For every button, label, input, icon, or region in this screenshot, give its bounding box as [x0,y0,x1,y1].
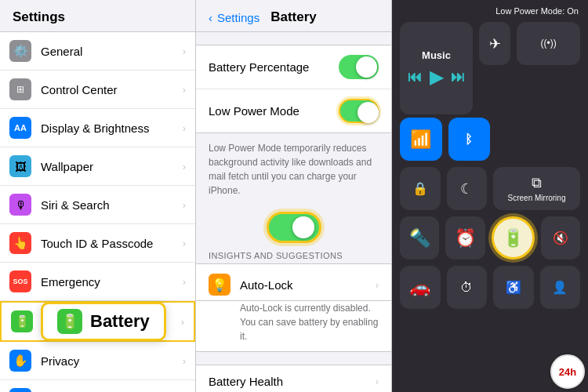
battery-list-icon: 🔋 [11,310,33,332]
wifi-icon: 📶 [410,129,431,150]
autolock-top[interactable]: 💡 Auto-Lock › [209,274,379,296]
privacy-label: Privacy [41,354,183,368]
settings-item-itunes[interactable]: A iTunes & App Store › [0,380,195,392]
rewind-icon[interactable]: ⏮ [408,69,422,85]
autolock-desc-text: Auto-Lock is currently disabled. You can… [240,303,378,342]
general-icon: ⚙️ [9,40,31,62]
person-icon: 👤 [552,280,568,295]
privacy-icon: ✋ [9,350,31,372]
display-icon: AA [9,117,31,139]
cc-extra3-cell[interactable]: 👤 [540,266,581,309]
cc-extra1-cell[interactable]: ⏱ [447,266,488,309]
autolock-row: 💡 Auto-Lock › [196,263,391,301]
settings-panel: Settings ⚙️ General › ⊞ Control Center ›… [0,0,196,392]
play-icon[interactable]: ▶ [430,67,443,88]
settings-item-emergency[interactable]: SOS Emergency › [0,263,195,301]
cc-volume-cell[interactable]: 🔇 [541,216,580,260]
emergency-icon: SOS [9,270,31,292]
battery-indicator-icon: 🔋 [503,228,524,249]
battery-panel: ‹ Settings Battery Battery Percentage Lo… [196,0,392,392]
back-arrow-icon[interactable]: ‹ [209,11,212,24]
low-power-label: Low Power Mode [209,104,339,118]
wallpaper-label: Wallpaper [41,160,183,173]
cc-row3: 🔒 ☾ ⧉ Screen Mirroring [392,161,588,210]
battery-percentage-label: Battery Percentage [209,60,339,74]
autolock-icon: 💡 [209,274,230,296]
insights-header: INSIGHTS AND SUGGESTIONS [196,246,391,263]
autolock-chevron: › [376,279,379,291]
wallpaper-chevron: › [183,161,186,172]
battery-health-chevron: › [376,376,379,387]
big-toggle-container [196,205,391,246]
settings-item-privacy[interactable]: ✋ Privacy › [0,342,195,380]
settings-item-battery[interactable]: 🔋 Battery › 🔋 Battery [0,301,195,342]
settings-item-general[interactable]: ⚙️ General › [0,32,195,71]
battery-health-row[interactable]: Battery Health › [196,365,391,392]
cc-rotate-cell[interactable]: 🔒 [400,167,441,210]
autolock-description: Auto-Lock is currently disabled. You can… [196,301,391,352]
display-chevron: › [183,122,186,134]
display-label: Display & Brightness [41,122,183,135]
general-chevron: › [183,45,186,57]
cc-music-cell[interactable]: Music ⏮ ▶ ⏭ [400,22,473,114]
battery-chevron: › [181,316,184,328]
settings-list: ⚙️ General › ⊞ Control Center › AA Displ… [0,32,195,392]
cc-extra2-cell[interactable]: ♿ [493,266,534,309]
cc-battery-indicator-cell[interactable]: 🔋 [492,216,535,260]
cc-bluetooth-cell[interactable]: ᛒ [448,118,491,161]
battery-callout-label: Battery [90,311,150,332]
cc-moon-cell[interactable]: ☾ [447,167,488,210]
settings-item-wallpaper[interactable]: 🖼 Wallpaper › [0,147,195,186]
cc-flashlight-cell[interactable]: 🔦 [400,216,439,260]
big-toggle-visual[interactable] [267,212,321,243]
battery-health-label: Battery Health [209,375,376,388]
settings-item-control-center[interactable]: ⊞ Control Center › [0,71,195,109]
settings-item-display[interactable]: AA Display & Brightness › [0,109,195,147]
cc-row1: ✈ ((•)) Music ⏮ ▶ ⏭ [392,19,588,118]
control-center-panel: Low Power Mode: On ✈ ((•)) Music ⏮ ▶ ⏭ 📶… [392,0,588,392]
battery-content: Battery Percentage Low Power Mode Low Po… [196,32,391,392]
bluetooth-icon: ᛒ [465,132,473,147]
settings-header: Settings [0,0,195,32]
volume-icon: 🔇 [553,230,568,245]
low-power-toggle[interactable] [339,99,379,123]
low-power-toggle-knob [358,102,379,123]
cc-wifi-cell[interactable]: 📶 [400,118,442,161]
settings-item-siri[interactable]: 🎙 Siri & Search › [0,186,195,224]
battery-callout: 🔋 Battery [41,302,166,341]
cc-row4: 🔦 ⏰ 🔋 🔇 [392,210,588,260]
fast-forward-icon[interactable]: ⏭ [451,69,465,85]
insights-label: INSIGHTS AND SUGGESTIONS [209,251,343,260]
cc-screen-mirror-cell[interactable]: ⧉ Screen Mirroring [493,167,580,210]
privacy-chevron: › [183,355,186,367]
itunes-icon: A [9,388,31,392]
battery-percentage-toggle[interactable] [339,55,379,79]
logo-24h: 24h [550,354,585,389]
cc-clock-cell[interactable]: ⏰ [445,216,485,260]
clock-icon: ⏰ [455,228,476,249]
touchid-label: Touch ID & Passcode [41,237,183,250]
car-icon: 🚗 [409,278,430,298]
settings-item-touchid[interactable]: 👆 Touch ID & Passcode › [0,224,195,263]
toggle-knob [356,56,377,78]
siri-chevron: › [183,199,186,211]
wallpaper-icon: 🖼 [9,155,31,177]
moon-icon: ☾ [460,180,473,198]
touchid-icon: 👆 [9,232,31,254]
flashlight-icon: 🔦 [409,228,430,249]
cc-top-bar: Low Power Mode: On [392,0,588,19]
cc-row5: 🚗 ⏱ ♿ 👤 [392,260,588,309]
cc-signal-cell[interactable]: ((•)) [517,22,580,65]
back-label[interactable]: Settings [217,11,260,24]
control-center-icon: ⊞ [9,78,31,100]
cc-car-cell[interactable]: 🚗 [400,266,441,309]
cc-airplane-cell[interactable]: ✈ [479,22,510,65]
airplane-icon: ✈ [489,35,501,53]
signal-icon: ((•)) [541,38,557,49]
low-power-description: Low Power Mode temporarily reduces backg… [196,133,391,205]
battery-percentage-row: Battery Percentage [196,45,391,89]
battery-page-title: Battery [270,9,317,25]
emergency-label: Emergency [41,275,183,289]
battery-callout-icon: 🔋 [57,309,82,334]
screen-mirror-label: Screen Mirroring [508,194,566,202]
